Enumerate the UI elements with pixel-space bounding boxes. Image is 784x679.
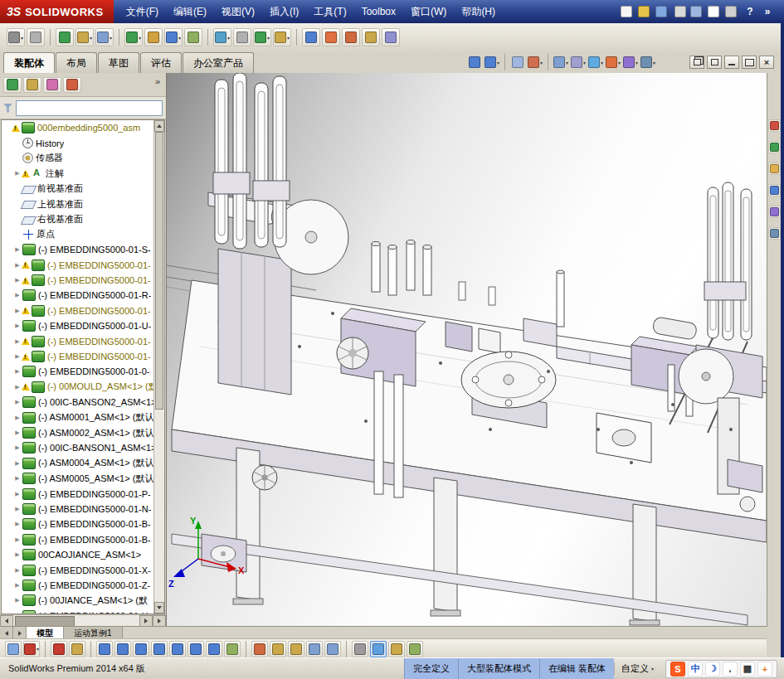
- expand-arrow[interactable]: ▶: [13, 475, 22, 482]
- point-icon[interactable]: [206, 641, 222, 657]
- options-icon[interactable]: ▾: [724, 3, 741, 20]
- tree-item[interactable]: ▶(-) 00IC-BANSON1_ASM<1>: [2, 440, 154, 455]
- linear-component-pattern-icon[interactable]: ▾: [164, 28, 183, 46]
- plane-icon[interactable]: [224, 641, 241, 657]
- tree-item[interactable]: ▶(-) EMBEDDING5000-01-U-: [2, 318, 154, 333]
- tree-item[interactable]: ▶(-) EMBEDDING5000-01-X-: [2, 562, 154, 577]
- save-icon[interactable]: ▾: [655, 3, 671, 20]
- tree-item[interactable]: ▶原点: [2, 227, 154, 242]
- edit-appearance-icon[interactable]: ▾: [605, 54, 621, 70]
- menu-item-Toolbox[interactable]: Toolbox: [354, 2, 403, 21]
- expand-arrow[interactable]: ▶: [13, 506, 22, 512]
- trim-entities-icon[interactable]: [251, 641, 268, 657]
- expand-arrow[interactable]: ▶: [13, 170, 22, 177]
- tree-item[interactable]: ▶(-) ASM0002_ASM<1> (默认: [2, 425, 154, 440]
- expand-arrow[interactable]: ▶: [13, 521, 22, 527]
- bill-of-materials-icon[interactable]: [302, 28, 320, 46]
- tree-item[interactable]: ▶(-) EMBEDDING5000-01-S-: [2, 242, 154, 257]
- zoom-to-fit-icon[interactable]: [466, 54, 483, 70]
- apply-scene-icon[interactable]: ▾: [622, 54, 639, 70]
- tree-item[interactable]: ▶(-) EMBEDDING5000-01-P-: [2, 486, 154, 501]
- tree-item[interactable]: ▶(-) 00IC-BANSON2_ASM<1>: [2, 395, 154, 410]
- tree-item[interactable]: ▶!000embedding5000_asm: [2, 120, 154, 135]
- expand-arrow[interactable]: ▶: [13, 292, 22, 298]
- tab-布局[interactable]: 布局: [56, 52, 97, 73]
- tree-item[interactable]: ▶!(-) EMBEDDING5000-01-: [2, 273, 154, 288]
- shaded-sketch-contours-icon[interactable]: [370, 641, 387, 657]
- expand-arrow[interactable]: ▶: [13, 308, 22, 314]
- tree-item[interactable]: ▶(-) EMBEDDING5000-01-B-: [2, 517, 154, 531]
- smart-dimension-icon[interactable]: [69, 641, 85, 657]
- reference-geometry-icon[interactable]: ▾: [273, 28, 291, 46]
- tree-item[interactable]: ▶(-) EMBEDDING5000-01-B-: [2, 532, 154, 547]
- tab-scroll-last[interactable]: [13, 627, 27, 639]
- expand-arrow[interactable]: ▶: [13, 323, 22, 329]
- soft-keyboard-icon[interactable]: ▦: [740, 662, 755, 677]
- expand-arrow[interactable]: ▶: [13, 567, 22, 574]
- window-close[interactable]: [759, 56, 774, 69]
- expand-arrow[interactable]: ▶: [13, 353, 22, 360]
- undo-icon[interactable]: ▾: [689, 3, 706, 20]
- save-icon[interactable]: [5, 641, 22, 657]
- smart-fasteners-icon[interactable]: [184, 28, 202, 46]
- zoom-to-area-icon[interactable]: ▾: [484, 54, 500, 70]
- configuration-manager-icon[interactable]: [43, 77, 61, 93]
- expand-arrow[interactable]: ▶: [13, 491, 22, 497]
- tree-item[interactable]: ▶!(-) EMBEDDING5000-01-: [2, 303, 154, 318]
- expand-arrow[interactable]: ▶: [13, 262, 22, 269]
- tree-item[interactable]: ▶(-) ASM0004_ASM<1> (默认: [2, 456, 154, 471]
- tree-item[interactable]: ▶上视基准面: [2, 196, 154, 211]
- design-library-icon[interactable]: [768, 141, 781, 153]
- interference-detection-icon[interactable]: [342, 28, 360, 46]
- tree-item[interactable]: ▶传感器: [2, 151, 154, 166]
- expand-arrow[interactable]: ▶: [13, 368, 22, 375]
- window-cascade[interactable]: [689, 56, 704, 69]
- chinese-mode-icon[interactable]: 中: [688, 662, 703, 677]
- featuremanager-design-tree-icon[interactable]: [3, 77, 22, 93]
- menu-item-帮助(H)[interactable]: 帮助(H): [454, 2, 503, 22]
- screen-capture-icon[interactable]: ▾: [7, 28, 25, 46]
- menu-item-文件(F)[interactable]: 文件(F): [119, 2, 166, 22]
- expand-arrow[interactable]: ▶: [13, 399, 22, 405]
- expand-arrow[interactable]: ▶: [13, 384, 22, 390]
- attach-icon[interactable]: [27, 28, 45, 46]
- tree-item[interactable]: ▶History: [2, 135, 154, 150]
- expand-arrow[interactable]: ▶: [13, 277, 22, 284]
- view-settings-icon[interactable]: ▾: [640, 54, 656, 70]
- model-tab-模型[interactable]: 模型: [27, 627, 64, 639]
- sketch-icon[interactable]: [51, 641, 67, 657]
- section-view-icon[interactable]: ▾: [527, 54, 543, 70]
- show-hidden-components-icon[interactable]: [233, 28, 251, 46]
- mate-icon[interactable]: [144, 28, 163, 46]
- tree-item[interactable]: ▶!(-) EMBEDDING5000-01-: [2, 258, 154, 273]
- propertymanager-icon[interactable]: [23, 77, 41, 93]
- scroll-left-arrow[interactable]: [0, 615, 13, 627]
- print-icon[interactable]: [672, 3, 689, 20]
- expand-arrow[interactable]: ▶: [13, 551, 22, 558]
- assembly-features-icon[interactable]: ▾: [253, 28, 271, 46]
- expand-arrow[interactable]: ▶: [13, 597, 22, 604]
- ellipse-icon[interactable]: [151, 641, 168, 657]
- view-palette-icon[interactable]: [768, 184, 781, 196]
- convert-entities-icon[interactable]: [270, 641, 286, 657]
- tree-item[interactable]: ▶(-) EMBEDDING5000-01-H-: [2, 609, 154, 614]
- punctuation-icon[interactable]: ，: [723, 662, 738, 677]
- insert-components-icon[interactable]: ▾: [124, 28, 143, 46]
- panel-splitter-button[interactable]: [153, 615, 166, 627]
- graphics-viewport[interactable]: Y X Z: [167, 73, 767, 627]
- rectangle-icon[interactable]: [187, 641, 204, 657]
- tree-item[interactable]: ▶(-) ASM0005_ASM<1> (默认: [2, 471, 154, 486]
- tree-item[interactable]: ▶(-) EMBEDDING5000-01-0-: [2, 364, 154, 379]
- find-references-icon[interactable]: ▾: [75, 28, 94, 46]
- tree-item[interactable]: ▶(-) ASM0001_ASM<1> (默认: [2, 410, 154, 424]
- linear-sketch-pattern-icon[interactable]: [324, 641, 341, 657]
- menu-item-视图(V)[interactable]: 视图(V): [214, 2, 262, 22]
- menu-item-工具(T)[interactable]: 工具(T): [306, 2, 353, 22]
- tree-item[interactable]: ▶(-) EMBEDDING5000-01-Z-: [2, 578, 154, 593]
- displaymanager-icon[interactable]: [63, 77, 81, 93]
- window-restore[interactable]: [707, 56, 722, 69]
- expand-arrow[interactable]: ▶: [13, 460, 22, 467]
- new-document-icon[interactable]: ▾: [620, 3, 636, 20]
- tab-装配体[interactable]: 装配体: [3, 52, 55, 73]
- solidworks-resources-icon[interactable]: [768, 119, 781, 132]
